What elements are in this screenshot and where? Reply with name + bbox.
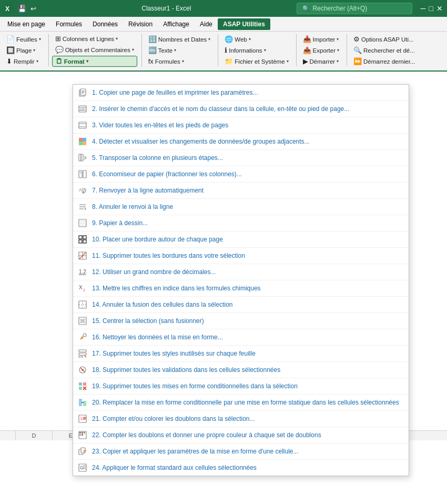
dropdown-item-13[interactable]: X213. Mettre les chiffres en indice dans… [73,280,409,297]
dropdown-item-icon-23 [77,446,88,457]
dropdown-item-16[interactable]: 16. Nettoyer les données et la mise en f… [73,329,409,346]
dropdown-item-24[interactable]: G24. Appliquer le format standard aux ce… [73,460,409,476]
dropdown-item-5[interactable]: 5. Transposer la colonne en plusieurs ét… [73,150,409,166]
dropdown-item-20[interactable]: 20. Remplacer la mise en forme condition… [73,395,409,411]
svg-rect-78 [82,434,83,436]
rechercher-button[interactable]: 🔍 Rechercher et dé... [350,45,418,55]
menubar-item-affichage[interactable]: Affichage [158,18,195,30]
exporter-button[interactable]: 📤 Exporter ▾ [300,45,342,55]
close-button[interactable]: ✕ [436,4,443,13]
menubar-item-revision[interactable]: Révision [123,18,158,30]
dropdown-item-icon-6 [77,169,88,179]
remplir-button[interactable]: ⬇ Remplir ▾ [3,56,44,66]
dropdown-item-text-20: 20. Remplacer la mise en forme condition… [92,399,399,406]
menubar-item-donnees[interactable]: Données [87,18,123,30]
titlebar-title: Classeur1 - Excel [40,5,292,12]
dropdown-item-3[interactable]: 3. Vider toutes les en-têtes et les pied… [73,117,409,134]
quick-access-save[interactable]: 💾 [18,5,26,13]
dropdown-item-8[interactable]: 8. Annuler le renvoi à la ligne [73,199,409,215]
plage-icon: 🔲 [6,46,15,54]
dropdown-item-18[interactable]: 18. Supprimer toutes les validations dan… [73,362,409,378]
dropdown-item-icon-13: X2 [77,283,88,294]
menubar-item-aide[interactable]: Aide [195,18,218,30]
dropdown-item-10[interactable]: 10. Placer une bordure autour de chaque … [73,231,409,248]
dropdown-item-text-18: 18. Supprimer toutes les validations dan… [92,366,280,374]
dropdown-item-15[interactable]: 15. Centrer la sélection (sans fusionner… [73,313,409,329]
dropdown-item-icon-5 [77,153,88,163]
dropdown-item-22[interactable]: 22. Compter les doublons et donner une p… [73,427,409,443]
dropdown-item-text-1: 1. Copier une page de feuilles et imprim… [92,89,258,96]
svg-rect-11 [79,122,86,128]
dropdown-item-2[interactable]: path2. Insérer le chemin d'accès et le n… [73,101,409,117]
dropdown-item-text-17: 17. Supprimer toutes les styles inutilis… [92,350,256,357]
demarrez-button[interactable]: ⏩ Démarrez dernier... [350,56,418,66]
menubar-item-mise-en-page[interactable]: Mise en page [2,18,50,30]
plage-button[interactable]: 🔲 Plage ▾ [3,45,44,55]
menubar-item-asap[interactable]: ASAP Utilities [218,18,270,30]
texte-button[interactable]: 🔤 Texte ▾ [145,45,214,55]
demarrer-button[interactable]: ▶ Démarrer ▾ [300,56,342,66]
dropdown-item-19[interactable]: 19. Supprimer toutes les mises en forme … [73,378,409,395]
web-icon: 🌐 [225,35,233,43]
demarrer-icon: ▶ [303,57,308,65]
importer-dropdown-icon: ▾ [337,37,339,42]
dropdown-item-text-23: 23. Copier et appliquer les paramètres d… [92,448,299,455]
format-button[interactable]: 🗒 Format ▾ [52,56,137,67]
demarrez-icon: ⏩ [353,57,362,65]
exporter-icon: 📤 [303,46,311,54]
svg-rect-17 [83,142,86,145]
excel-logo-icon: X [4,4,14,13]
dropdown-item-1[interactable]: 1. Copier une page de feuilles et imprim… [73,85,409,101]
objets-button[interactable]: 💬 Objets et Commentaires ▾ [52,45,137,55]
svg-rect-77 [79,434,81,436]
dropdown-item-21[interactable]: 1221. Compter et/ou colorer les doublons… [73,411,409,427]
fichier-button[interactable]: 📁 Fichier et Système ▾ [221,56,291,66]
dropdown-item-4[interactable]: 4. Détecter et visualiser les changement… [73,134,409,150]
dropdown-item-6[interactable]: 6. Economiseur de papier (fractionner le… [73,166,409,183]
minimize-button[interactable]: ─ [421,4,426,13]
svg-rect-57 [79,353,86,355]
svg-rect-15 [83,138,86,142]
options-asap-button[interactable]: ⚙ Options ASAP Uti... [350,34,418,44]
dropdown-item-icon-7: Ab [77,185,88,196]
dropdown-item-icon-15 [77,316,88,326]
svg-rect-38 [83,240,86,243]
search-box[interactable]: 🔍 [297,3,412,14]
search-input[interactable] [313,5,397,12]
dropdown-item-23[interactable]: 23. Copier et appliquer les paramètres d… [73,443,409,460]
nombres-icon: 🔢 [148,35,157,43]
dropdown-item-7[interactable]: Ab7. Renvoyer à la ligne automatiquement [73,183,409,199]
informations-dropdown-icon: ▾ [264,48,266,53]
dropdown-item-17[interactable]: 17. Supprimer toutes les styles inutilis… [73,346,409,362]
web-button[interactable]: 🌐 Web ▾ [221,34,291,44]
nombres-button[interactable]: 🔢 Nombres et Dates ▾ [145,34,214,44]
dropdown-item-12[interactable]: 1.2312. Utiliser un grand nombre de déci… [73,264,409,280]
formules-button[interactable]: fx Formules ▾ [145,56,214,66]
svg-rect-35 [79,236,82,239]
informations-icon: ℹ [225,46,227,54]
format-icon: 🗒 [56,57,63,65]
dropdown-item-text-15: 15. Centrer la sélection (sans fusionner… [92,317,204,325]
svg-rect-18 [79,154,81,161]
dropdown-item-11[interactable]: 11. Supprimer toutes les bordures dans v… [73,248,409,264]
dropdown-item-14[interactable]: 14. Annuler la fusion des cellules dans … [73,297,409,313]
dropdown-item-9[interactable]: 9. Papier à dessin... [73,215,409,231]
svg-rect-65 [79,387,82,390]
importer-button[interactable]: 📥 Importer ▾ [300,34,342,44]
feuilles-button[interactable]: 📄 Feuilles ▾ [3,34,44,44]
quick-access-undo[interactable]: ↩ [31,5,36,13]
format-dropdown-menu: 1. Copier une page de feuilles et imprim… [73,84,409,476]
informations-button[interactable]: ℹ Informations ▾ [221,45,291,55]
remplir-dropdown-icon: ▾ [36,59,38,64]
dropdown-item-icon-19 [77,381,88,391]
dropdown-item-icon-8 [77,201,88,212]
dropdown-item-icon-2: path [77,104,88,114]
importer-icon: 📥 [303,35,311,43]
menubar-item-formules[interactable]: Formules [50,18,87,30]
maximize-button[interactable]: □ [429,4,433,13]
remplir-icon: ⬇ [6,57,12,65]
dropdown-item-text-6: 6. Economiseur de papier (fractionner le… [92,170,242,178]
colonnes-button[interactable]: ⊞ Colonnes et Lignes ▾ [52,34,137,44]
dropdown-item-icon-14 [77,299,88,310]
search-icon: 🔍 [302,5,310,12]
